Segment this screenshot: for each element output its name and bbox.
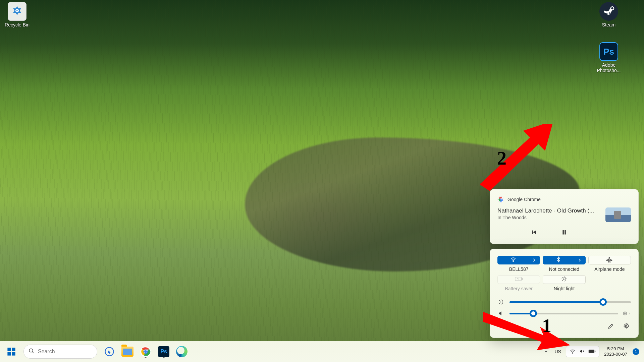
svg-rect-18: [12, 348, 15, 351]
steam-icon: [599, 2, 618, 21]
airplane-mode-label: Airplane mode: [588, 266, 631, 272]
svg-rect-8: [522, 278, 523, 280]
taskbar-bing-chat[interactable]: [101, 344, 117, 360]
file-explorer-icon: [121, 345, 134, 358]
clock-date: 2023-08-07: [604, 352, 627, 357]
annotation-arrow-1: 1: [483, 308, 570, 352]
chrome-icon: [497, 196, 504, 203]
photoshop-icon: Ps: [158, 346, 169, 357]
svg-rect-29: [595, 350, 595, 352]
media-pause-button[interactable]: [559, 228, 569, 237]
svg-point-12: [624, 313, 626, 315]
photoshop-icon: Ps: [599, 42, 618, 61]
desktop-icon-label: Steam: [594, 22, 624, 27]
wifi-tray-icon: [570, 348, 576, 355]
media-control-panel: Google Chrome Nathanael Larochette - Old…: [490, 189, 639, 244]
desktop-icon-recycle-bin[interactable]: Recycle Bin: [2, 2, 32, 27]
recycle-bin-icon: [8, 2, 26, 21]
desktop-icon-label: Adobe Photosho...: [594, 62, 624, 73]
svg-point-6: [513, 261, 514, 262]
taskbar-edge[interactable]: [174, 344, 190, 360]
desktop-icon-label: Recycle Bin: [2, 22, 32, 27]
notification-count-badge: 1: [633, 348, 639, 355]
wifi-expand-button[interactable]: [528, 258, 540, 262]
battery-tray-icon: [588, 349, 596, 355]
bluetooth-expand-button[interactable]: [574, 258, 585, 262]
svg-rect-17: [7, 348, 11, 351]
tray-notifications[interactable]: 1: [631, 344, 641, 360]
annotation-label: 2: [497, 147, 506, 169]
svg-point-21: [29, 349, 33, 352]
brightness-icon: [497, 299, 505, 305]
battery-saver-icon: [515, 276, 523, 283]
edge-icon: [175, 345, 189, 358]
svg-rect-28: [589, 350, 594, 353]
taskbar-chrome[interactable]: [138, 344, 154, 360]
clock-time: 5:29 PM: [607, 346, 624, 352]
annotation-label: 1: [542, 315, 551, 337]
svg-point-5: [500, 199, 501, 200]
airplane-mode-tile[interactable]: [588, 256, 631, 264]
brightness-slider[interactable]: [509, 301, 631, 303]
wifi-tile[interactable]: [497, 256, 540, 264]
night-light-icon: [561, 276, 568, 284]
battery-saver-tile: [497, 275, 540, 284]
search-input[interactable]: [38, 349, 92, 355]
svg-point-14: [626, 325, 627, 327]
svg-marker-15: [480, 124, 553, 191]
night-light-tile[interactable]: [543, 275, 585, 284]
svg-marker-16: [483, 312, 570, 350]
svg-point-27: [572, 353, 573, 353]
taskbar-file-explorer[interactable]: [119, 344, 136, 360]
taskbar-search[interactable]: [23, 345, 97, 359]
bluetooth-label: Not connected: [543, 266, 585, 272]
desktop-icon-photoshop[interactable]: Ps Adobe Photosho...: [594, 42, 624, 73]
chrome-icon: [140, 346, 151, 357]
svg-point-10: [500, 301, 502, 303]
desktop-icon-steam[interactable]: Steam: [594, 2, 624, 27]
bluetooth-tile[interactable]: [543, 256, 585, 264]
wifi-label: BELL587: [497, 266, 540, 272]
media-previous-button[interactable]: [529, 228, 539, 237]
wifi-icon: [510, 256, 517, 264]
media-source-app: Google Chrome: [507, 197, 541, 202]
battery-saver-label: Battery saver: [497, 286, 540, 291]
tray-clock[interactable]: 5:29 PM 2023-08-07: [601, 344, 630, 360]
media-track-title: Nathanael Larochette - Old Growth (...: [497, 207, 601, 214]
media-thumbnail: [605, 207, 631, 222]
settings-button[interactable]: [622, 321, 631, 331]
audio-output-button[interactable]: [623, 311, 631, 316]
bluetooth-icon: [555, 256, 561, 264]
night-light-label: Night light: [543, 286, 585, 291]
svg-rect-20: [12, 352, 15, 356]
search-icon: [29, 348, 35, 355]
edit-quick-settings-button[interactable]: [606, 321, 615, 331]
media-track-subtitle: In The Woods: [497, 215, 601, 220]
svg-rect-19: [7, 352, 11, 356]
svg-point-13: [625, 312, 625, 313]
bing-icon: [103, 345, 116, 358]
taskbar-photoshop[interactable]: Ps: [156, 344, 172, 360]
svg-point-9: [563, 278, 566, 280]
airplane-icon: [606, 256, 613, 264]
svg-point-26: [144, 350, 147, 353]
volume-tray-icon: [579, 348, 585, 355]
start-button[interactable]: [3, 344, 19, 360]
annotation-arrow-2: 2: [480, 124, 553, 191]
